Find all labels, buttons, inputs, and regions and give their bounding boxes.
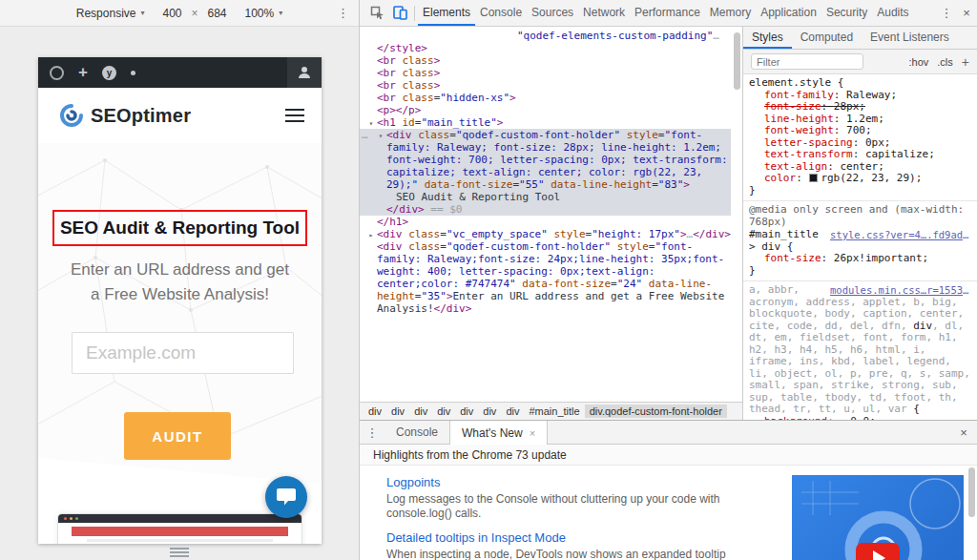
tab-console[interactable]: Console <box>475 0 527 26</box>
drawer-tab-console[interactable]: Console <box>385 421 449 444</box>
breadcrumb-item[interactable]: div.qodef-custom-font-holder <box>585 404 727 418</box>
sidebar-tab-event-listeners[interactable]: Event Listeners <box>862 27 958 49</box>
seoptimer-logo-icon <box>59 103 84 128</box>
dom-tree-line[interactable]: <div class="qodef-custom-font-holder" st… <box>360 240 731 315</box>
drawer-tabbar: ⋮ ConsoleWhat's New× × <box>360 421 977 445</box>
collapse-arrow-icon[interactable]: ▾ <box>376 130 385 142</box>
inspected-element-highlight: SEO Audit & Reporting Tool <box>52 210 307 246</box>
dom-tree-line[interactable]: <br class> <box>360 67 731 79</box>
mockup-red-band <box>72 527 288 536</box>
whatsnew-section-title[interactable]: Detailed tooltips in Inspect Mode <box>386 530 775 545</box>
dom-tree-line[interactable]: <br class> <box>360 54 731 67</box>
tab-memory[interactable]: Memory <box>705 0 756 26</box>
zoom-level: 100% <box>245 7 275 20</box>
element-classes-toggle[interactable]: .cls <box>937 56 953 68</box>
media-query: @media only screen and (max-width: 768px… <box>749 204 973 228</box>
dom-tree-line[interactable]: "qodef-elements-custom-padding"… <box>360 30 731 42</box>
plus-icon[interactable]: + <box>78 64 88 80</box>
inline-more-icon[interactable]: … <box>362 129 368 141</box>
device-toolbar-toggle-icon[interactable] <box>388 1 411 26</box>
audit-button[interactable]: AUDIT <box>124 412 231 460</box>
devtools: ElementsConsoleSourcesNetworkPerformance… <box>359 0 977 560</box>
breadcrumb-item[interactable]: div <box>432 404 455 418</box>
stylesheet-source-link[interactable]: style.css?ver=4….fd9ad38cb0:538 <box>830 229 973 241</box>
device-canvas: + y <box>0 27 359 560</box>
dom-tree-line[interactable]: SEO Audit & Reporting Tool <box>360 191 731 203</box>
sidebar-tab-styles[interactable]: Styles <box>743 27 792 49</box>
breadcrumb-item[interactable]: div <box>386 404 409 418</box>
seoptimer-logo[interactable]: SEOptimer <box>59 103 191 128</box>
elements-scrollbar[interactable] <box>734 32 740 90</box>
device-toolbar-menu-icon[interactable]: ⋮ <box>337 6 349 20</box>
breadcrumb-item[interactable]: div <box>455 404 478 418</box>
console-drawer: ⋮ ConsoleWhat's New× × Highlights from t… <box>360 420 977 560</box>
styles-filter-bar: :hov .cls + <box>743 50 977 74</box>
drawer-close-icon[interactable]: × <box>950 421 977 444</box>
tab-network[interactable]: Network <box>578 0 630 26</box>
whatsnew-section-body: Log messages to the Console without clut… <box>386 492 775 521</box>
drawer-menu-icon[interactable]: ⋮ <box>360 421 385 444</box>
tab-performance[interactable]: Performance <box>630 0 705 26</box>
avatar[interactable] <box>287 57 322 88</box>
tab-sources[interactable]: Sources <box>527 0 578 26</box>
drawer-tabbar-tabs: ConsoleWhat's New× <box>385 421 548 444</box>
dom-tree-line[interactable]: <br class="hidden-xs"> <box>360 92 731 104</box>
device-height-input[interactable] <box>203 7 232 20</box>
whatsnew-scrollbar[interactable] <box>968 467 975 517</box>
dom-tree-line[interactable]: <br class> <box>360 79 731 92</box>
tab-elements[interactable]: Elements <box>418 0 475 26</box>
dom-tree-line[interactable]: </style> <box>360 42 731 54</box>
whatsnew-body: LogpointsLog messages to the Console wit… <box>360 466 977 560</box>
dom-tree-line[interactable]: ▸<div class="vc_empty_space" style="heig… <box>360 228 731 240</box>
tab-security[interactable]: Security <box>821 0 872 26</box>
tab-audits[interactable]: Audits <box>872 0 913 26</box>
site-header: SEOptimer <box>38 88 322 143</box>
css-property[interactable]: font-size: 26px!important; <box>749 253 973 265</box>
pseudo-state-toggle[interactable]: :hov <box>909 56 929 68</box>
device-resize-handle[interactable] <box>170 548 189 557</box>
whatsnew-section-title[interactable]: Logpoints <box>386 475 775 489</box>
wordpress-icon[interactable] <box>50 66 64 80</box>
dom-tree-line[interactable]: ▾…<div class="qodef-custom-font-holder" … <box>360 129 731 191</box>
breadcrumb-item[interactable]: div <box>364 404 386 418</box>
whatsnew-section-body: When inspecting a node, DevTools now sho… <box>386 548 775 560</box>
drawer-tab-what-s-new[interactable]: What's New× <box>449 421 548 445</box>
notification-dot-icon <box>131 71 135 75</box>
styles-filter-input[interactable] <box>751 53 863 70</box>
css-property[interactable]: color: rgb(22, 23, 29); <box>749 173 973 185</box>
whatsnew-header: Highlights from the Chrome 73 update <box>360 445 977 466</box>
dom-tree-line[interactable]: <p></p> <box>360 104 731 116</box>
dom-tree-line[interactable]: ▾<h1 id="main_title"> <box>360 116 731 129</box>
zoom-select[interactable]: 100% ▾ <box>245 7 283 20</box>
yoast-seo-icon[interactable]: y <box>102 66 116 80</box>
sidebar-tab-computed[interactable]: Computed <box>792 27 862 49</box>
devtools-menu-icon[interactable]: ⋮ <box>937 6 956 20</box>
inspect-element-icon[interactable] <box>365 1 388 26</box>
url-input[interactable] <box>72 332 294 374</box>
chat-widget-button[interactable] <box>265 476 307 518</box>
breadcrumb-item[interactable]: div <box>501 404 524 418</box>
css-rule: modules.min.css…r=1553963150:4a, abbr, a… <box>743 281 977 420</box>
devtools-close-icon[interactable]: × <box>956 6 977 20</box>
chat-bubble-icon <box>276 487 297 507</box>
breadcrumb-item[interactable]: div <box>409 404 432 418</box>
styles-sidebar-tabs: StylesComputedEvent Listeners <box>743 27 977 50</box>
breadcrumb-item[interactable]: #main_title <box>524 404 584 418</box>
close-tab-icon[interactable]: × <box>530 427 535 439</box>
device-mode-label: Responsive <box>76 7 136 20</box>
device-mode-select[interactable]: Responsive ▾ <box>76 7 145 20</box>
styles-sidebar: StylesComputedEvent Listeners :hov .cls … <box>742 27 977 420</box>
tab-application[interactable]: Application <box>756 0 821 26</box>
breadcrumb-item[interactable]: div <box>478 404 501 418</box>
styles-toolbar-toggles: :hov .cls + <box>909 55 969 69</box>
color-swatch[interactable] <box>809 174 818 182</box>
dom-tree-line[interactable]: </div> == $0 <box>360 203 731 216</box>
hamburger-menu-icon[interactable] <box>285 109 304 122</box>
video-thumbnail[interactable] <box>792 475 964 560</box>
dom-tree: "qodef-elements-custom-padding"…</style>… <box>360 27 742 402</box>
new-style-rule-button[interactable]: + <box>962 55 969 69</box>
device-width-input[interactable] <box>157 7 186 20</box>
dom-tree-line[interactable]: </h1> <box>360 216 731 228</box>
youtube-play-icon[interactable] <box>856 543 900 560</box>
browser-window: Responsive ▾ × 100% ▾ ⋮ + y <box>0 0 977 560</box>
